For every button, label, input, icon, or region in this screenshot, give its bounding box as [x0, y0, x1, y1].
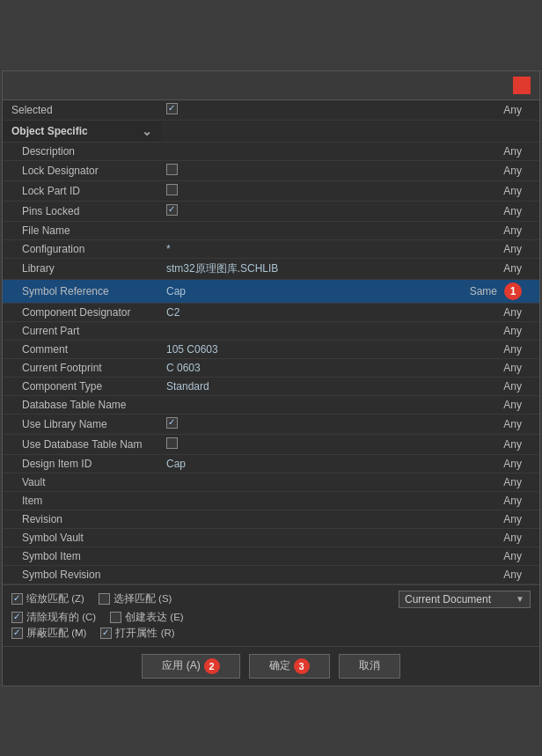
- create-expression-checkbox[interactable]: [110, 612, 121, 623]
- any-library[interactable]: Any: [465, 258, 539, 279]
- label-use-library-name: Use Library Name: [3, 414, 161, 434]
- zoom-match-checkbox[interactable]: [11, 593, 23, 605]
- label-symbol-item: Symbol Item: [3, 547, 161, 565]
- close-button[interactable]: [513, 77, 531, 94]
- table-row[interactable]: Symbol VaultAny: [3, 528, 539, 547]
- any-configuration[interactable]: Any: [465, 239, 539, 258]
- any-symbol-revision[interactable]: Any: [465, 565, 539, 584]
- value-lock-designator[interactable]: [161, 160, 465, 180]
- label-component-designator: Component Designator: [3, 303, 161, 321]
- value-use-database-table-name[interactable]: [161, 434, 465, 454]
- any-file-name[interactable]: Any: [465, 221, 539, 239]
- table-row[interactable]: RevisionAny: [3, 510, 539, 528]
- label-symbol-revision: Symbol Revision: [3, 565, 161, 584]
- create-expression-option[interactable]: 创建表达 (E): [110, 611, 184, 624]
- any-vault[interactable]: Any: [465, 473, 539, 491]
- mask-match-checkbox[interactable]: [11, 628, 23, 639]
- cancel-button[interactable]: 取消: [339, 654, 400, 679]
- table-row[interactable]: Database Table NameAny: [3, 395, 539, 414]
- any-symbol-reference[interactable]: Same1: [465, 279, 539, 303]
- checkbox-use-database-table-name[interactable]: [166, 437, 178, 449]
- label-vault: Vault: [3, 473, 161, 491]
- any-current-footprint[interactable]: Any: [465, 358, 539, 377]
- table-row[interactable]: File NameAny: [3, 221, 539, 239]
- label-description: Description: [3, 142, 161, 160]
- checkbox-lock-part-id[interactable]: [166, 184, 178, 195]
- table-row[interactable]: Symbol ReferenceCapSame1: [3, 279, 539, 303]
- any-symbol-item[interactable]: Any: [465, 547, 539, 565]
- badge-symbol-reference: 1: [504, 283, 522, 300]
- any-item[interactable]: Any: [465, 491, 539, 510]
- checkbox-selected[interactable]: [166, 103, 178, 114]
- table-row[interactable]: Use Library NameAny: [3, 414, 539, 434]
- scope-dropdown-label: Current Document: [405, 593, 491, 606]
- table-row[interactable]: Use Database Table NamAny: [3, 434, 539, 454]
- table-row[interactable]: Configuration*Any: [3, 239, 539, 258]
- table-row[interactable]: Pins LockedAny: [3, 201, 539, 221]
- scope-dropdown[interactable]: Current Document ▼: [399, 591, 531, 608]
- any-component-type[interactable]: Any: [465, 377, 539, 395]
- clear-existing-option[interactable]: 清除现有的 (C): [11, 611, 96, 624]
- table-row[interactable]: Lock DesignatorAny: [3, 160, 539, 180]
- select-match-checkbox[interactable]: [99, 593, 110, 605]
- value-pins-locked[interactable]: [161, 201, 465, 221]
- any-use-library-name[interactable]: Any: [465, 414, 539, 434]
- open-properties-checkbox[interactable]: [100, 628, 112, 639]
- value-selected[interactable]: [161, 100, 465, 121]
- table-row[interactable]: Current PartAny: [3, 321, 539, 340]
- value-component-designator: C2: [161, 303, 465, 321]
- table-row[interactable]: DescriptionAny: [3, 142, 539, 160]
- value-component-type: Standard: [161, 377, 465, 395]
- value-use-library-name[interactable]: [161, 414, 465, 434]
- label-symbol-vault: Symbol Vault: [3, 528, 161, 547]
- any-use-database-table-name[interactable]: Any: [465, 434, 539, 454]
- any-revision[interactable]: Any: [465, 510, 539, 528]
- table-row[interactable]: Symbol RevisionAny: [3, 565, 539, 584]
- table-row[interactable]: VaultAny: [3, 473, 539, 491]
- value-revision: [161, 510, 465, 528]
- checkbox-use-library-name[interactable]: [166, 417, 178, 429]
- any-lock-part-id[interactable]: Any: [465, 180, 539, 201]
- any-database-table-name[interactable]: Any: [465, 395, 539, 414]
- value-design-item-id: Cap: [161, 454, 465, 473]
- table-row[interactable]: Lock Part IDAny: [3, 180, 539, 201]
- table-row[interactable]: Object Specific⌄: [3, 120, 539, 142]
- clear-existing-checkbox[interactable]: [11, 612, 23, 623]
- value-symbol-revision: [161, 565, 465, 584]
- any-lock-designator[interactable]: Any: [465, 160, 539, 180]
- apply-button[interactable]: 应用 (A) 2: [142, 654, 239, 679]
- table-row[interactable]: Component TypeStandardAny: [3, 377, 539, 395]
- value-current-part: [161, 321, 465, 340]
- table-row[interactable]: Symbol ItemAny: [3, 547, 539, 565]
- any-label-symbol-reference: Same: [470, 285, 497, 297]
- label-lock-part-id: Lock Part ID: [3, 180, 161, 201]
- any-symbol-vault[interactable]: Any: [465, 528, 539, 547]
- any-description[interactable]: Any: [465, 142, 539, 160]
- mask-match-option[interactable]: 屏蔽匹配 (M): [11, 627, 86, 640]
- table-row[interactable]: Current FootprintC 0603Any: [3, 358, 539, 377]
- any-design-item-id[interactable]: Any: [465, 454, 539, 473]
- zoom-match-option[interactable]: 缩放匹配 (Z): [11, 592, 84, 606]
- any-selected[interactable]: Any: [465, 100, 539, 121]
- table-row[interactable]: Design Item IDCapAny: [3, 454, 539, 473]
- table-row[interactable]: SelectedAny: [3, 100, 539, 121]
- mask-match-label: 屏蔽匹配 (M): [26, 627, 86, 640]
- table-row[interactable]: Librarystm32原理图库.SCHLIBAny: [3, 258, 539, 279]
- open-properties-option[interactable]: 打开属性 (R): [100, 627, 174, 640]
- any-component-designator[interactable]: Any: [465, 303, 539, 321]
- properties-table-container: SelectedAnyObject Specific⌄DescriptionAn…: [3, 100, 539, 584]
- any-pins-locked[interactable]: Any: [465, 201, 539, 221]
- value-lock-part-id[interactable]: [161, 180, 465, 201]
- table-row[interactable]: Comment105 C0603Any: [3, 340, 539, 358]
- any-current-part[interactable]: Any: [465, 321, 539, 340]
- checkbox-pins-locked[interactable]: [166, 204, 178, 216]
- checkbox-lock-designator[interactable]: [166, 164, 178, 175]
- zoom-match-label: 缩放匹配 (Z): [26, 592, 84, 606]
- options-row-3: 屏蔽匹配 (M) 打开属性 (R): [11, 627, 531, 640]
- table-row[interactable]: Component DesignatorC2Any: [3, 303, 539, 321]
- table-row[interactable]: ItemAny: [3, 491, 539, 510]
- ok-button[interactable]: 确定 3: [249, 654, 330, 679]
- collapse-icon[interactable]: ⌄: [142, 124, 152, 138]
- select-match-option[interactable]: 选择匹配 (S): [99, 592, 172, 606]
- any-comment[interactable]: Any: [465, 340, 539, 358]
